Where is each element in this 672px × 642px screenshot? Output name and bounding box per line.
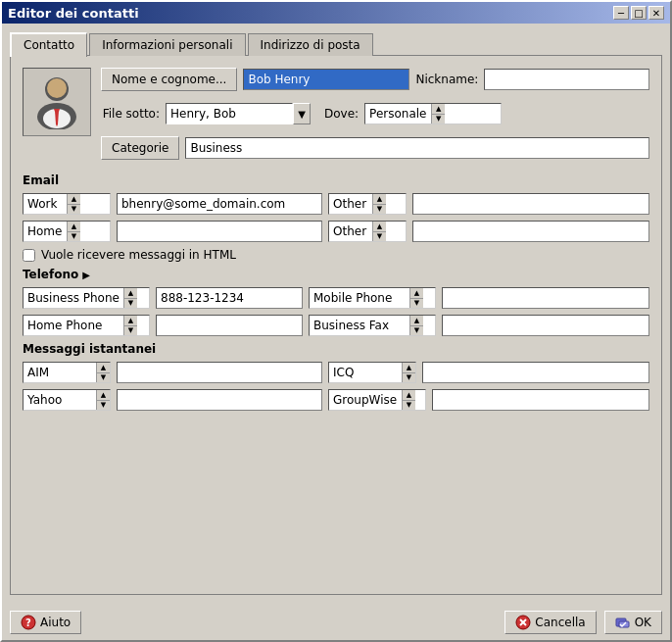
tel2-value1-input[interactable]: [156, 315, 303, 336]
tel2-type1-down[interactable]: ▼: [124, 326, 137, 336]
tel2-type2-arrows: ▲ ▼: [409, 316, 423, 335]
categorie-button[interactable]: Categorie: [101, 136, 179, 160]
telefono-row-2: Home Phone Business Phone Mobile Phone B…: [23, 315, 649, 336]
messaggi-row-2: Yahoo AIM ICQ GroupWise ▲ ▼ GroupWise AI…: [23, 389, 649, 411]
tel2-type2-down[interactable]: ▼: [410, 326, 423, 336]
email-row-2: Home Work Other ▲ ▼ Other Work Home: [23, 221, 649, 242]
email1-type2-up[interactable]: ▲: [373, 194, 386, 205]
html-checkbox[interactable]: [23, 249, 35, 262]
nome-button[interactable]: Nome e cognome...: [101, 68, 237, 91]
msg1-type2-select[interactable]: ICQ AIM Yahoo GroupWise: [329, 363, 402, 382]
window-body: Contatto Informazioni personali Indirizz…: [2, 24, 670, 603]
svg-text:?: ?: [25, 617, 31, 628]
email1-type1-down[interactable]: ▼: [68, 205, 80, 215]
maximize-button[interactable]: □: [631, 6, 647, 20]
svg-marker-5: [54, 109, 60, 112]
filesotto-select[interactable]: Henry, Bob: [166, 103, 293, 124]
ok-button[interactable]: OK: [604, 611, 662, 634]
email2-type2-arrows: ▲ ▼: [372, 222, 386, 241]
messaggi-row-1: AIM Yahoo ICQ GroupWise ▲ ▼ ICQ AIM: [23, 362, 649, 383]
email1-type2-arrows: ▲ ▼: [372, 194, 386, 214]
avatar-image: [33, 75, 80, 129]
msg1-type2-arrows: ▲ ▼: [402, 363, 415, 382]
filesotto-dropdown-arrow[interactable]: ▼: [293, 103, 311, 124]
email2-type2-up[interactable]: ▲: [373, 222, 386, 232]
msg1-type2-wrap: ICQ AIM Yahoo GroupWise ▲ ▼: [328, 362, 416, 383]
tel1-type1-down[interactable]: ▼: [124, 299, 137, 309]
dove-down-arrow[interactable]: ▼: [432, 115, 445, 124]
right-buttons: Cancella OK: [504, 611, 662, 634]
dove-up-arrow[interactable]: ▲: [432, 104, 445, 115]
tel1-type2-up[interactable]: ▲: [410, 288, 423, 299]
tel1-type2-select[interactable]: Mobile Phone Business Phone Home Phone B…: [310, 288, 409, 308]
tab-informazioni[interactable]: Informazioni personali: [89, 33, 245, 56]
minimize-button[interactable]: ─: [613, 6, 629, 20]
msg1-type2-up[interactable]: ▲: [403, 363, 415, 373]
email1-type2-down[interactable]: ▼: [373, 205, 386, 215]
tel1-type2-wrap: Mobile Phone Business Phone Home Phone B…: [309, 287, 436, 309]
tel2-type1-up[interactable]: ▲: [124, 316, 137, 326]
nome-input[interactable]: [243, 69, 409, 90]
msg2-type2-down[interactable]: ▼: [403, 401, 415, 411]
tel1-type1-select[interactable]: Business Phone Home Phone Mobile Phone B…: [24, 288, 123, 308]
tel2-type2-up[interactable]: ▲: [410, 316, 423, 326]
msg2-type1-wrap: Yahoo AIM ICQ GroupWise ▲ ▼: [23, 389, 111, 411]
email2-type1-up[interactable]: ▲: [68, 222, 80, 232]
email2-type1-down[interactable]: ▼: [68, 232, 80, 242]
email2-type1-arrows: ▲ ▼: [67, 222, 80, 241]
tel1-value2-input[interactable]: [442, 287, 649, 309]
close-button[interactable]: ✕: [648, 6, 664, 20]
msg1-value2-input[interactable]: [422, 362, 649, 383]
msg1-type1-down[interactable]: ▼: [97, 373, 110, 383]
bottom-bar: ? Aiuto Cancella OK: [2, 603, 670, 640]
email2-type2-select[interactable]: Other Work Home: [329, 222, 372, 241]
tab-indirizzo[interactable]: Indirizzo di posta: [248, 33, 373, 56]
msg1-type1-up[interactable]: ▲: [97, 363, 110, 373]
tab-contatto[interactable]: Contatto: [10, 32, 87, 57]
tel1-type1-up[interactable]: ▲: [124, 288, 137, 299]
msg2-value2-input[interactable]: [432, 389, 649, 411]
msg2-value1-input[interactable]: [117, 389, 322, 411]
filesotto-select-wrap: Henry, Bob ▼: [166, 103, 311, 124]
email1-type2-select[interactable]: Other Work Home: [329, 194, 372, 214]
email1-type1-up[interactable]: ▲: [68, 194, 80, 205]
tel2-type1-arrows: ▲ ▼: [123, 316, 137, 335]
cancel-icon: [515, 615, 531, 630]
filesotto-row: File sotto: Henry, Bob ▼ Dove: Personale…: [101, 103, 649, 124]
nickname-input[interactable]: [484, 69, 649, 90]
tab-content-contatto: Nome e cognome... Nickname: File sotto: …: [10, 55, 662, 595]
main-window: Editor dei contatti ─ □ ✕ Contatto Infor…: [0, 0, 672, 642]
tel2-value2-input[interactable]: [442, 315, 649, 336]
categorie-input[interactable]: [185, 137, 649, 159]
email2-type1-wrap: Home Work Other ▲ ▼: [23, 221, 111, 242]
msg2-type2-up[interactable]: ▲: [403, 390, 415, 401]
email1-type1-select[interactable]: Work Home Other: [24, 194, 67, 214]
msg2-type1-up[interactable]: ▲: [97, 390, 110, 401]
tel1-type1-wrap: Business Phone Home Phone Mobile Phone B…: [23, 287, 150, 309]
email1-value2-input[interactable]: [412, 193, 649, 215]
email-section-label: Email: [23, 173, 649, 187]
msg2-type1-select[interactable]: Yahoo AIM ICQ GroupWise: [24, 390, 96, 410]
msg1-type2-down[interactable]: ▼: [403, 373, 415, 383]
email2-type1-select[interactable]: Home Work Other: [24, 222, 67, 241]
msg1-type1-select[interactable]: AIM Yahoo ICQ GroupWise: [24, 363, 96, 382]
msg2-type2-select[interactable]: GroupWise AIM Yahoo ICQ: [329, 390, 402, 410]
email2-value1-input[interactable]: [117, 221, 322, 242]
tel2-type1-select[interactable]: Home Phone Business Phone Mobile Phone B…: [24, 316, 123, 335]
telefono-expand-icon[interactable]: ▶: [82, 270, 90, 280]
titlebar: Editor dei contatti ─ □ ✕: [2, 2, 670, 24]
email1-value1-input[interactable]: [117, 193, 322, 215]
tel2-type1-wrap: Home Phone Business Phone Mobile Phone B…: [23, 315, 150, 336]
tel1-type2-down[interactable]: ▼: [410, 299, 423, 309]
tel1-value1-input[interactable]: [156, 287, 303, 309]
cancel-button[interactable]: Cancella: [504, 611, 596, 634]
dove-select-wrap: Personale Lavoro Altro ▲ ▼: [364, 103, 502, 124]
help-button[interactable]: ? Aiuto: [10, 611, 81, 634]
msg1-value1-input[interactable]: [117, 362, 322, 383]
email2-value2-input[interactable]: [412, 221, 649, 242]
avatar[interactable]: [23, 68, 91, 136]
msg2-type1-down[interactable]: ▼: [97, 401, 110, 411]
tel2-type2-select[interactable]: Business Fax Business Phone Home Phone M…: [310, 316, 409, 335]
email2-type2-down[interactable]: ▼: [373, 232, 386, 242]
dove-select[interactable]: Personale Lavoro Altro: [365, 104, 431, 123]
